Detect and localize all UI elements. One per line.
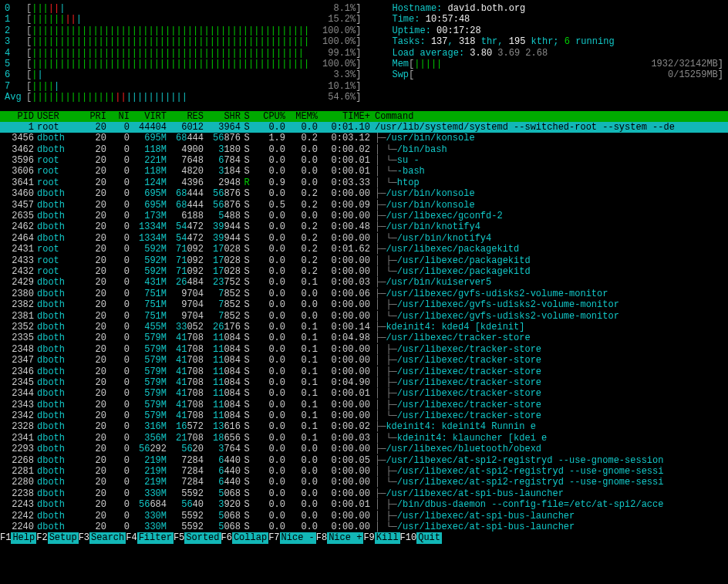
col-cmd[interactable]: Command bbox=[370, 111, 726, 122]
process-row[interactable]: 2335dboth200579M4170811084S0.00.10:04.98… bbox=[0, 333, 728, 343]
fn-key-F5[interactable]: F5 bbox=[174, 532, 184, 543]
tasks-label: Tasks: bbox=[392, 36, 430, 47]
process-row[interactable]: 2342dboth200579M4170811084S0.00.10:00.00… bbox=[0, 410, 728, 421]
process-row[interactable]: 2238dboth200330M55925068S0.00.00:00.00├─… bbox=[0, 488, 728, 499]
col-pri[interactable]: PRI bbox=[72, 111, 106, 122]
col-res[interactable]: RES bbox=[167, 111, 204, 122]
process-row[interactable]: 2464dboth2001334M5447239944S0.00.20:00.0… bbox=[0, 233, 728, 244]
process-row[interactable]: 2381dboth200751M97047852S0.00.00:00.00│ … bbox=[0, 311, 728, 322]
process-row[interactable]: 3457dboth200695M6844456876S0.50.20:00.09… bbox=[0, 200, 728, 211]
fn-key-F9[interactable]: F9 bbox=[363, 532, 374, 543]
fn-key-F3[interactable]: F3 bbox=[79, 532, 89, 543]
process-row[interactable]: 2433root200592M7109217028S0.00.20:00.00│… bbox=[0, 255, 728, 266]
process-row[interactable]: 2344dboth200579M4170811084S0.00.10:00.01… bbox=[0, 388, 728, 399]
system-info: Hostname: david.both.org Time: 10:57:48 … bbox=[392, 3, 723, 103]
process-row[interactable]: 2268dboth200219M72846440S0.00.00:00.05├─… bbox=[0, 455, 728, 466]
fn-label-F1[interactable]: Help bbox=[11, 532, 36, 543]
fn-key-F2[interactable]: F2 bbox=[36, 532, 47, 543]
cpu-pct: 99.1% bbox=[309, 48, 356, 59]
process-row[interactable]: 2243dboth2005668456403920S0.00.00:00.01│… bbox=[0, 499, 728, 510]
process-row[interactable]: 3641root200124M43962948R0.90.00:03.33│ └… bbox=[0, 177, 728, 188]
cpu-meter-Avg: Avg[||||||||||||||||||||||||||||54.6%] bbox=[5, 92, 361, 103]
process-command: │ └─ /usr/libexec/tracker-store bbox=[370, 410, 726, 421]
process-row[interactable]: 2240dboth200330M55925068S0.00.00:00.00│ … bbox=[0, 522, 728, 532]
process-row[interactable]: 2431root200592M7109217028S0.00.20:01.62├… bbox=[0, 244, 728, 255]
fn-label-F4[interactable]: Filter bbox=[137, 532, 174, 543]
fn-key-F7[interactable]: F7 bbox=[268, 532, 279, 543]
process-command: │ ├─ /usr/libexec/gvfs-udisks2-volume-mo… bbox=[370, 299, 726, 310]
col-user[interactable]: USER bbox=[34, 111, 72, 122]
process-command: │ └─ /usr/libexec/at-spi2-registryd --us… bbox=[370, 477, 726, 488]
cpu-bar: || bbox=[32, 69, 309, 80]
process-row[interactable]: 3456dboth200695M6844456876S1.90.20:03.12… bbox=[0, 133, 728, 143]
process-command: │ ├─ /usr/libexec/at-spi-bus-launcher bbox=[370, 511, 726, 522]
fn-label-F8[interactable]: Nice + bbox=[327, 532, 363, 543]
fn-label-F5[interactable]: Sorted bbox=[184, 532, 221, 543]
cpu-label: 7 bbox=[5, 81, 26, 92]
process-row[interactable]: 2242dboth200330M55925068S0.00.00:00.00│ … bbox=[0, 511, 728, 522]
fn-key-F10[interactable]: F10 bbox=[400, 532, 417, 543]
process-row[interactable]: 2382dboth200751M97047852S0.00.00:00.00│ … bbox=[0, 299, 728, 310]
process-row[interactable]: 2281dboth200219M72846440S0.00.00:00.00│ … bbox=[0, 466, 728, 477]
fn-label-F10[interactable]: Quit bbox=[416, 532, 442, 543]
process-row[interactable]: 2347dboth200579M4170811084S0.00.10:00.00… bbox=[0, 355, 728, 366]
process-command: │ └─ kdeinit4: klauncher [kdei e bbox=[370, 433, 726, 444]
fn-key-F8[interactable]: F8 bbox=[316, 532, 327, 543]
cpu-meter-2: 2[||||||||||||||||||||||||||||||||||||||… bbox=[5, 25, 361, 36]
col-virt[interactable]: VIRT bbox=[130, 111, 167, 122]
cpu-pct: 100.0% bbox=[309, 59, 356, 69]
col-pid[interactable]: PID bbox=[2, 111, 34, 122]
process-row[interactable]: 2462dboth2001334M5447239944S0.00.20:00.4… bbox=[0, 221, 728, 232]
time-label: Time: bbox=[392, 14, 425, 25]
fn-label-F7[interactable]: Nice - bbox=[280, 532, 316, 543]
process-row[interactable]: 2432root200592M7109217028S0.00.20:00.00│… bbox=[0, 266, 728, 277]
process-row[interactable]: 2343dboth200579M4170811084S0.00.10:00.00… bbox=[0, 400, 728, 410]
process-row[interactable]: 2348dboth200579M4170811084S0.00.10:00.00… bbox=[0, 344, 728, 355]
cpu-pct: 10.1% bbox=[309, 81, 356, 92]
fn-key-F4[interactable]: F4 bbox=[126, 532, 136, 543]
process-row[interactable]: 2429dboth200431M2648423752S0.00.10:00.03… bbox=[0, 277, 728, 288]
process-list[interactable]: 1root2004440460123964S0.00.00:01.10/usr/… bbox=[0, 122, 728, 532]
fn-label-F9[interactable]: Kill bbox=[375, 532, 400, 543]
process-row[interactable]: 2352dboth200455M3305226176S0.00.10:00.14… bbox=[0, 322, 728, 333]
hostname-label: Hostname: bbox=[392, 3, 447, 14]
cpu-pct: 100.0% bbox=[309, 36, 356, 47]
process-command: ├─ kdeinit4: kded4 [kdeinit] bbox=[370, 322, 726, 333]
process-row[interactable]: 3462dboth200118M49003180S0.00.00:00.02│ … bbox=[0, 144, 728, 155]
fn-label-F2[interactable]: Setup bbox=[48, 532, 79, 543]
cpu-label: 4 bbox=[5, 48, 26, 59]
process-command: │ └─ /bin/bash bbox=[370, 144, 726, 155]
process-row[interactable]: 3606root200118M48203184S0.00.00:00.01│ └… bbox=[0, 166, 728, 177]
fn-key-F1[interactable]: F1 bbox=[0, 532, 11, 543]
col-s[interactable]: S bbox=[241, 111, 253, 122]
fn-key-F6[interactable]: F6 bbox=[221, 532, 232, 543]
col-ni[interactable]: NI bbox=[106, 111, 130, 122]
fn-label-F3[interactable]: Search bbox=[89, 532, 126, 543]
process-row[interactable]: 2328dboth200316M1657213616S0.00.10:00.02… bbox=[0, 421, 728, 432]
cpu-bar: |||||| bbox=[32, 3, 309, 14]
process-row[interactable]: 3460dboth200695M6844456876S0.00.20:00.00… bbox=[0, 188, 728, 199]
fn-label-F6[interactable]: Collap bbox=[232, 532, 268, 543]
process-row[interactable]: 2346dboth200579M4170811084S0.00.10:00.00… bbox=[0, 366, 728, 377]
col-time[interactable]: TIME+ bbox=[318, 111, 370, 122]
process-command: ├─ /usr/libexec/gconfd-2 bbox=[370, 211, 726, 221]
col-cpu[interactable]: CPU% bbox=[253, 111, 285, 122]
process-header[interactable]: PID USER PRI NI VIRT RES SHR S CPU% MEM%… bbox=[0, 111, 728, 122]
function-bar[interactable]: F1Help F2Setup F3SearchF4FilterF5SortedF… bbox=[0, 532, 728, 543]
cpu-label: 2 bbox=[5, 25, 26, 36]
process-row[interactable]: 2280dboth200219M72846440S0.00.00:00.00│ … bbox=[0, 477, 728, 488]
cpu-meter-0: 0[||||||8.1%] bbox=[5, 3, 361, 14]
process-row[interactable]: 2293dboth2005629256203764S0.00.00:00.00├… bbox=[0, 444, 728, 454]
process-row[interactable]: 2380dboth200751M97047852S0.00.00:00.06├─… bbox=[0, 289, 728, 299]
cpu-label: 6 bbox=[5, 69, 26, 80]
col-mem[interactable]: MEM% bbox=[285, 111, 318, 122]
process-row[interactable]: 3596root200221M76486784S0.00.00:00.01│ └… bbox=[0, 155, 728, 166]
process-row[interactable]: 2345dboth200579M4170811084S0.00.10:04.90… bbox=[0, 377, 728, 388]
process-row[interactable]: 2635dboth200173M61885488S0.00.00:00.00├─… bbox=[0, 211, 728, 221]
process-command: │ ├─ /usr/libexec/tracker-store bbox=[370, 377, 726, 388]
col-shr[interactable]: SHR bbox=[204, 111, 241, 122]
process-row[interactable]: 2341dboth200356M2170818656S0.00.10:00.03… bbox=[0, 433, 728, 444]
cpu-bar: ||||||||||||||||||||||||||||||||||||||||… bbox=[32, 48, 309, 59]
cpu-bar: |||||||||||||||||||||||||||| bbox=[32, 92, 309, 103]
process-row[interactable]: 1root2004440460123964S0.00.00:01.10/usr/… bbox=[0, 122, 728, 133]
